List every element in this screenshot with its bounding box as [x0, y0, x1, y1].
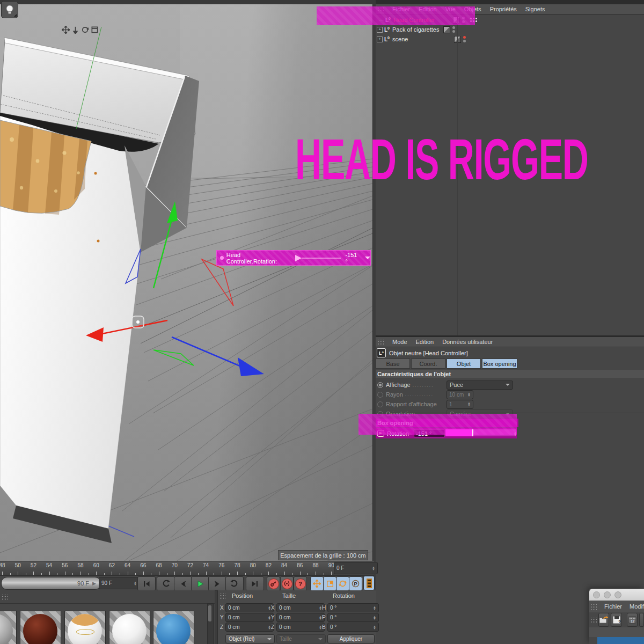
timeline-ruler[interactable]: 4850525456586062646668707274767880828486… [0, 561, 374, 576]
ruler-tick [128, 572, 128, 575]
window-title-bar[interactable] [589, 589, 644, 601]
play-forward-button[interactable] [225, 576, 244, 591]
apply-button[interactable]: Appliquer [327, 634, 375, 643]
end-frame-field[interactable]: 90 F ▲▼ [99, 577, 140, 589]
orbit-icon[interactable] [81, 26, 89, 34]
play-reverse-button[interactable] [157, 576, 175, 591]
coord-mode-dropdown[interactable]: Objet (Rel) [225, 634, 275, 643]
rotation-h-field[interactable]: 0 °▲▼ [327, 603, 379, 612]
record-position-toggle[interactable] [310, 576, 324, 591]
record-parameters-toggle[interactable]: P [349, 576, 362, 591]
goto-first-frame-button[interactable] [137, 576, 156, 591]
position-z-field[interactable]: 0 cm▲▼ [225, 623, 274, 632]
position-x-field[interactable]: 0 cm▲▼ [225, 603, 274, 612]
autokey-button[interactable] [280, 576, 294, 591]
material-gray-textured[interactable] [0, 611, 17, 644]
save-button[interactable]: ? [611, 613, 621, 627]
goto-last-frame-button[interactable] [246, 576, 264, 591]
hud-rotation-slider[interactable]: Head Controller.Rotation: -151 ° [216, 250, 371, 266]
size-x-field[interactable]: 0 cm▲▼ [276, 603, 325, 612]
size-y-field[interactable]: 0 cm▲▼ [276, 613, 325, 622]
light-bulb-button[interactable] [1, 1, 18, 18]
rotation-p-field[interactable]: 0 °▲▼ [327, 613, 379, 622]
viewport-3d[interactable]: Head Controller.Rotation: -151 ° Espacem… [0, 4, 373, 561]
panel-grip-icon[interactable] [219, 593, 225, 599]
track-icon[interactable]: ▶ [377, 430, 384, 437]
panel-grip-icon[interactable] [378, 339, 384, 345]
mini-window-selected-row[interactable] [597, 637, 644, 644]
mini-menu-modifier[interactable]: Modifier [630, 603, 644, 610]
record-keyframe-button[interactable] [267, 576, 280, 591]
tab-objet[interactable]: Objet [447, 358, 481, 369]
ruler-number: 66 [140, 562, 146, 568]
object-row-pack[interactable]: + L0 Pack of cigarettes [376, 25, 455, 34]
material-dark-maroon[interactable] [20, 611, 61, 644]
visibility-dots[interactable] [452, 26, 455, 33]
preview-range-slider[interactable]: 90 F ▶ [1, 577, 101, 590]
om-menu-proprietes[interactable]: Propriétés [490, 6, 517, 12]
rotation-value-field[interactable]: -151 ° [414, 429, 445, 437]
timeline-film-button[interactable] [363, 576, 375, 590]
zoom-icon[interactable] [71, 26, 79, 34]
om-menu-signets[interactable]: Signets [525, 6, 545, 12]
svg-text:P: P [354, 581, 357, 587]
panel-grip-icon[interactable] [591, 604, 597, 610]
panel-grip-icon[interactable] [591, 617, 597, 623]
ruler-tick [198, 573, 199, 575]
material-filter-tipping[interactable] [64, 611, 106, 644]
size-z-field[interactable]: 0 cm▲▼ [276, 623, 325, 632]
window-zoom-icon[interactable] [614, 591, 621, 598]
ruler-tick [2, 572, 3, 575]
hud-slider-handle[interactable] [295, 254, 342, 262]
visibility-dots[interactable] [463, 36, 466, 42]
stepper-icon[interactable]: ▲▼ [131, 581, 137, 586]
range-arrow-icon[interactable]: ▶ [92, 581, 96, 586]
panel-grip-icon[interactable] [2, 594, 8, 600]
record-scale-toggle[interactable] [323, 576, 336, 591]
current-frame-field[interactable]: 0 F ▲▼ [334, 562, 378, 574]
grid-spacing-label: Espacement de la grille : 100 cm [278, 550, 368, 560]
tab-box-opening[interactable]: Box opening [482, 358, 517, 369]
layer-toggle-icon[interactable] [443, 26, 450, 33]
object-name[interactable]: Pack of cigarettes [392, 26, 439, 33]
ruler-tick [331, 572, 332, 575]
calendar-button[interactable]: 12 [627, 613, 638, 627]
viewport-scene[interactable] [0, 4, 372, 561]
material-white-glossy[interactable] [109, 611, 150, 644]
position-y-field[interactable]: 0 cm▲▼ [225, 613, 274, 622]
object-name[interactable]: scene [392, 36, 408, 42]
expand-icon[interactable]: + [377, 27, 383, 33]
clipped-toolbar-button[interactable] [639, 613, 644, 627]
am-menu-edition[interactable]: Edition [416, 339, 434, 345]
ruler-tick [214, 573, 214, 575]
maximize-icon[interactable] [91, 26, 99, 34]
material-blue[interactable] [153, 611, 194, 644]
affichage-dropdown[interactable]: Puce [447, 380, 513, 390]
next-frame-button[interactable] [208, 576, 226, 591]
object-row-scene[interactable]: + L0 scene [376, 34, 466, 44]
record-rotation-toggle[interactable] [336, 576, 349, 591]
expand-icon[interactable]: + [377, 36, 383, 42]
am-menu-donnees[interactable]: Données utilisateur [442, 339, 493, 345]
material-scrollbar[interactable] [207, 603, 214, 644]
ruler-tick [237, 572, 238, 575]
window-minimize-icon[interactable] [604, 591, 611, 598]
rotation-slider-track[interactable] [473, 429, 516, 436]
tab-base[interactable]: Base [376, 358, 410, 369]
play-button[interactable] [191, 576, 209, 591]
rotation-slider-fill[interactable] [445, 429, 473, 436]
previous-frame-button[interactable] [174, 576, 192, 591]
hud-caret-icon[interactable] [365, 257, 370, 262]
am-menu-mode[interactable]: Mode [392, 339, 407, 345]
window-close-icon[interactable] [593, 591, 600, 598]
keyframe-circle-icon[interactable] [377, 382, 383, 388]
tab-coord[interactable]: Coord. [411, 358, 445, 369]
cigarette-pack-model[interactable] [0, 38, 199, 543]
open-file-button[interactable] [598, 613, 609, 627]
stepper-icon[interactable]: ▲▼ [370, 566, 375, 570]
floating-material-window[interactable]: Fichier Modifier ? [589, 589, 644, 644]
pan-icon[interactable] [62, 26, 70, 34]
keyframe-options-button[interactable]: ? [294, 576, 307, 591]
mini-menu-fichier[interactable]: Fichier [604, 603, 622, 610]
rotation-b-field[interactable]: 0 °▲▼ [327, 623, 379, 632]
